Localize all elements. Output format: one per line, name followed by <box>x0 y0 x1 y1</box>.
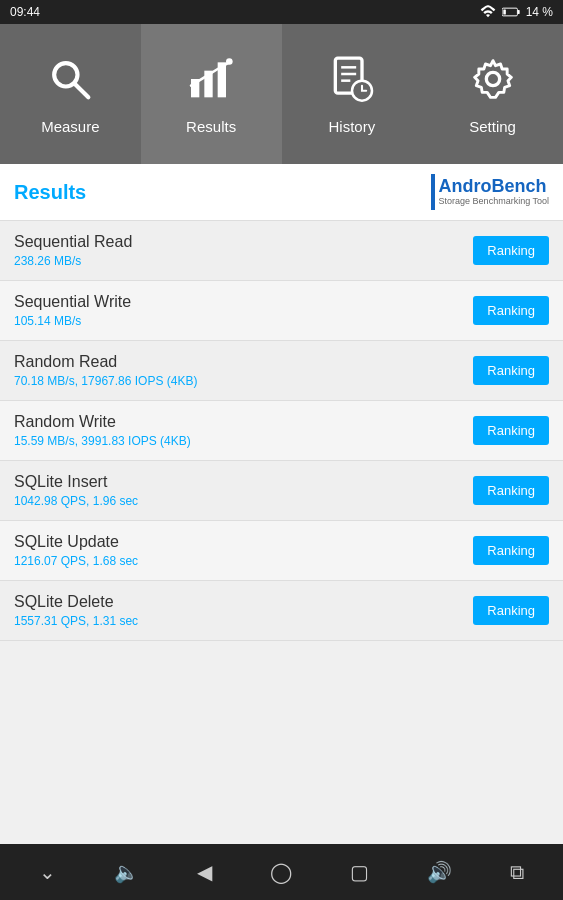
svg-point-8 <box>226 58 233 65</box>
recents-square-icon[interactable]: ▢ <box>342 852 377 892</box>
search-icon <box>45 54 95 110</box>
benchmark-name: Random Write <box>14 413 191 431</box>
benchmark-info: SQLite Insert 1042.98 QPS, 1.96 sec <box>14 473 138 508</box>
benchmark-info: SQLite Delete 1557.31 QPS, 1.31 sec <box>14 593 138 628</box>
benchmark-item: Sequential Write 105.14 MB/s Ranking <box>0 281 563 341</box>
ranking-button[interactable]: Ranking <box>473 536 549 565</box>
main-content: Results AndroBench Storage Benchmarking … <box>0 164 563 844</box>
ranking-button[interactable]: Ranking <box>473 236 549 265</box>
logo-main: AndroBench <box>439 177 549 197</box>
window-icon[interactable]: ⧉ <box>502 853 532 892</box>
battery-icon <box>502 6 520 18</box>
benchmark-value: 1216.07 QPS, 1.68 sec <box>14 554 138 568</box>
logo-sub: Storage Benchmarking Tool <box>439 197 549 207</box>
chevron-down-icon[interactable]: ⌄ <box>31 852 64 892</box>
benchmark-info: Sequential Write 105.14 MB/s <box>14 293 131 328</box>
benchmark-item: Sequential Read 238.26 MB/s Ranking <box>0 221 563 281</box>
benchmark-name: SQLite Update <box>14 533 138 551</box>
benchmark-value: 15.59 MB/s, 3991.83 IOPS (4KB) <box>14 434 191 448</box>
benchmark-item: Random Read 70.18 MB/s, 17967.86 IOPS (4… <box>0 341 563 401</box>
benchmark-value: 1042.98 QPS, 1.96 sec <box>14 494 138 508</box>
svg-rect-1 <box>517 10 519 14</box>
svg-point-14 <box>486 72 499 85</box>
time: 09:44 <box>10 5 40 19</box>
volume-off-icon[interactable]: 🔈 <box>106 852 147 892</box>
logo-text: AndroBench Storage Benchmarking Tool <box>439 177 549 207</box>
results-title: Results <box>14 181 86 204</box>
chart-icon <box>186 54 236 110</box>
tab-setting[interactable]: Setting <box>422 24 563 164</box>
logo-bar <box>431 174 435 210</box>
tab-measure-label: Measure <box>41 118 99 135</box>
gear-icon <box>468 54 518 110</box>
benchmark-value: 70.18 MB/s, 17967.86 IOPS (4KB) <box>14 374 197 388</box>
tab-results[interactable]: Results <box>141 24 282 164</box>
ranking-button[interactable]: Ranking <box>473 356 549 385</box>
benchmark-item: SQLite Insert 1042.98 QPS, 1.96 sec Rank… <box>0 461 563 521</box>
androbench-logo: AndroBench Storage Benchmarking Tool <box>431 174 549 210</box>
benchmark-value: 238.26 MB/s <box>14 254 132 268</box>
benchmark-item: SQLite Update 1216.07 QPS, 1.68 sec Rank… <box>0 521 563 581</box>
ranking-button[interactable]: Ranking <box>473 416 549 445</box>
benchmark-name: Sequential Write <box>14 293 131 311</box>
svg-line-4 <box>75 83 89 97</box>
back-icon[interactable]: ◀ <box>189 852 220 892</box>
benchmark-item: Random Write 15.59 MB/s, 3991.83 IOPS (4… <box>0 401 563 461</box>
ranking-button[interactable]: Ranking <box>473 296 549 325</box>
benchmark-name: Random Read <box>14 353 197 371</box>
svg-rect-2 <box>503 9 506 14</box>
logo-andro: Andro <box>439 176 492 196</box>
document-icon <box>327 54 377 110</box>
tab-results-label: Results <box>186 118 236 135</box>
benchmark-info: Random Read 70.18 MB/s, 17967.86 IOPS (4… <box>14 353 197 388</box>
benchmark-info: Sequential Read 238.26 MB/s <box>14 233 132 268</box>
ranking-button[interactable]: Ranking <box>473 476 549 505</box>
benchmark-info: SQLite Update 1216.07 QPS, 1.68 sec <box>14 533 138 568</box>
tab-history[interactable]: History <box>282 24 423 164</box>
home-circle-icon[interactable]: ◯ <box>262 852 300 892</box>
benchmark-list: Sequential Read 238.26 MB/s Ranking Sequ… <box>0 221 563 844</box>
benchmark-name: SQLite Delete <box>14 593 138 611</box>
status-icons: 14 % <box>480 5 553 19</box>
tab-measure[interactable]: Measure <box>0 24 141 164</box>
tab-history-label: History <box>329 118 376 135</box>
benchmark-item: SQLite Delete 1557.31 QPS, 1.31 sec Rank… <box>0 581 563 641</box>
volume-up-icon[interactable]: 🔊 <box>419 852 460 892</box>
benchmark-value: 1557.31 QPS, 1.31 sec <box>14 614 138 628</box>
tab-setting-label: Setting <box>469 118 516 135</box>
benchmark-value: 105.14 MB/s <box>14 314 131 328</box>
benchmark-name: Sequential Read <box>14 233 132 251</box>
bottom-bar: ⌄ 🔈 ◀ ◯ ▢ 🔊 ⧉ <box>0 844 563 900</box>
logo-bench: Bench <box>492 176 547 196</box>
results-header: Results AndroBench Storage Benchmarking … <box>0 164 563 221</box>
status-bar: 09:44 14 % <box>0 0 563 24</box>
benchmark-info: Random Write 15.59 MB/s, 3991.83 IOPS (4… <box>14 413 191 448</box>
nav-tabs: Measure Results History <box>0 24 563 164</box>
ranking-button[interactable]: Ranking <box>473 596 549 625</box>
battery-percent: 14 % <box>526 5 553 19</box>
wifi-icon <box>480 5 496 19</box>
benchmark-name: SQLite Insert <box>14 473 138 491</box>
